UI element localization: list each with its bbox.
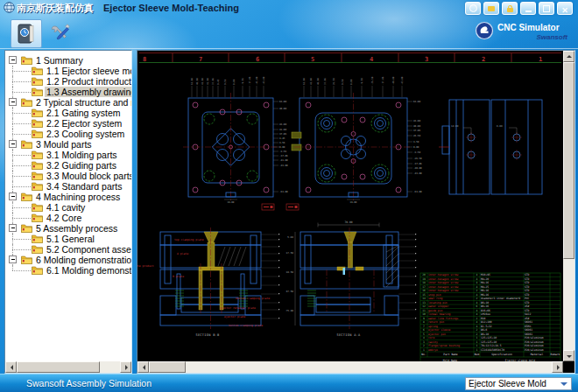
tree-item[interactable]: 5.1 General — [5, 234, 131, 244]
scroll-left-button[interactable] — [137, 361, 149, 373]
chat-icon[interactable] — [483, 2, 499, 15]
collapse-icon[interactable] — [9, 56, 17, 64]
svg-text:STD: STD — [525, 293, 530, 297]
tree-item[interactable]: 3.4 Standard parts — [5, 181, 131, 192]
close-button[interactable] — [557, 2, 573, 15]
tree-hscrollbar[interactable] — [5, 361, 131, 373]
svg-text:13: 13 — [422, 301, 426, 304]
svg-text:70.00: 70.00 — [344, 220, 352, 224]
scroll-down-button[interactable] — [563, 350, 574, 361]
collapse-icon[interactable] — [9, 224, 17, 232]
svg-text:inner-hexagon screw: inner-hexagon screw — [428, 285, 459, 289]
tree-item[interactable]: 2 Typical structure and mechanism — [5, 97, 131, 108]
svg-text:STD: STD — [525, 277, 530, 281]
svg-text:1: 1 — [476, 344, 478, 347]
tree-item[interactable]: 4 Machining process — [5, 192, 131, 202]
svg-text:No.: No. — [421, 353, 426, 356]
teaching-book-button[interactable] — [11, 19, 42, 48]
minimize-button[interactable] — [520, 2, 536, 15]
svg-text:70×12/12×18.5: 70×12/12×18.5 — [481, 344, 502, 347]
tree-item[interactable]: 3 Mould parts — [5, 139, 131, 150]
collapse-icon[interactable] — [9, 98, 17, 106]
svg-text:-9.56: -9.56 — [279, 150, 286, 153]
cad-hscrollbar[interactable] — [137, 361, 563, 373]
scroll-thumb[interactable] — [563, 62, 574, 259]
svg-text:15: 15 — [422, 293, 426, 297]
scroll-right-button[interactable] — [552, 361, 563, 373]
tree-item[interactable]: 5.2 Component assembly — [5, 244, 131, 255]
svg-text:0.00: 0.00 — [413, 145, 419, 149]
svg-text:2: 2 — [476, 317, 478, 320]
svg-text:bottom clamping plate: bottom clamping plate — [229, 324, 263, 327]
svg-text:M8×20: M8×20 — [481, 277, 489, 281]
svg-text:top clamping plate: top clamping plate — [174, 238, 204, 242]
svg-text:16.00: 16.00 — [228, 201, 235, 204]
tree-item-label: 6 Molding demonstration — [34, 255, 131, 265]
tree-item-label: 5.1 General — [45, 234, 96, 244]
lock-icon[interactable] — [502, 2, 518, 15]
svg-text:45#: 45# — [525, 317, 530, 320]
folder-icon — [21, 255, 32, 264]
tree-item[interactable]: 1 Summary — [5, 55, 131, 66]
scroll-left-button[interactable] — [5, 361, 17, 373]
svg-text:-26.50: -26.50 — [371, 76, 374, 85]
tree-item[interactable]: 2.1 Gating system — [5, 108, 131, 118]
cad-vscrollbar[interactable] — [563, 51, 574, 361]
svg-text:-37.06: -37.06 — [382, 76, 384, 85]
svg-text:ejector pin: ejector pin — [428, 332, 446, 336]
svg-text:4: 4 — [476, 312, 478, 316]
svg-text:SKD61: SKD61 — [525, 332, 532, 336]
svg-text:diameter3 inner diameter9: diameter3 inner diameter9 — [481, 297, 520, 300]
tools-button[interactable] — [46, 19, 75, 46]
collapse-icon[interactable] — [9, 256, 17, 263]
tree-item[interactable]: 2.3 Cooling system — [5, 129, 131, 139]
folder-icon — [32, 150, 43, 159]
folder-icon — [21, 192, 32, 201]
maximize-button[interactable] — [539, 2, 554, 15]
svg-text:9.45: 9.45 — [217, 79, 220, 85]
tree-item[interactable]: 4.1 cavity — [5, 202, 131, 213]
tree-item[interactable]: 1.3 Assembly drawing — [5, 87, 131, 97]
svg-text:cavity: cavity — [428, 340, 438, 344]
svg-text:3: 3 — [423, 340, 425, 344]
svg-text:-63.00: -63.00 — [413, 190, 422, 193]
clock-icon[interactable] — [465, 2, 481, 15]
tree-item[interactable]: 1.1 Ejector sleeve mold introduction — [5, 66, 131, 76]
svg-text:63.00: 63.00 — [191, 78, 194, 85]
tree-item[interactable]: 3.1 Molding parts — [5, 150, 131, 160]
tree-item[interactable]: 6.1 Molding demonstration — [5, 265, 131, 276]
svg-text:Φ12×100: Φ12×100 — [481, 320, 492, 324]
folder-icon — [32, 244, 43, 254]
svg-text:-37.06: -37.06 — [413, 162, 422, 165]
window-controls — [462, 2, 573, 15]
scroll-right-button[interactable] — [120, 361, 131, 373]
svg-text:flange/sprue bushing: flange/sprue bushing — [428, 344, 460, 347]
tree-item[interactable]: 4.2 Core — [5, 213, 131, 223]
svg-text:bottom clamping plate: bottom clamping plate — [236, 297, 270, 300]
tree-item-label: 3.4 Standard parts — [45, 181, 123, 192]
tree-item[interactable]: 3.3 Mould block parts — [5, 171, 131, 181]
scroll-up-button[interactable] — [563, 51, 574, 62]
tree-item[interactable]: 3.2 Guiding parts — [5, 160, 131, 171]
tree-item-label: 2.1 Gating system — [45, 108, 123, 118]
svg-text:2: 2 — [476, 328, 478, 332]
svg-text:-26.50: -26.50 — [413, 157, 422, 160]
tree-item[interactable]: 2.2 Ejector system — [5, 118, 131, 129]
globe-icon — [4, 2, 15, 13]
tree-item[interactable]: 1.2 Product introduction — [5, 76, 131, 87]
scroll-thumb[interactable] — [17, 361, 100, 373]
mold-selector[interactable]: Ejector Sleeve Mold — [465, 377, 572, 390]
tree-item[interactable]: 6 Molding demonstration — [5, 255, 131, 265]
scroll-thumb[interactable] — [149, 361, 186, 373]
svg-text:2: 2 — [476, 332, 478, 336]
svg-text:4: 4 — [476, 285, 478, 289]
tree-item[interactable]: 5 Assembly process — [5, 223, 131, 234]
cad-canvas[interactable]: 87654321 — [137, 51, 563, 361]
collapse-icon[interactable] — [9, 192, 17, 200]
collapse-icon[interactable] — [9, 140, 17, 148]
svg-text:6: 6 — [256, 56, 259, 63]
folder-icon — [32, 108, 43, 117]
svg-text:Part Name: Part Name — [443, 353, 457, 356]
chevron-down-icon — [560, 382, 567, 389]
course-tree-panel: 1 Summary1.1 Ejector sleeve mold introdu… — [4, 50, 132, 374]
